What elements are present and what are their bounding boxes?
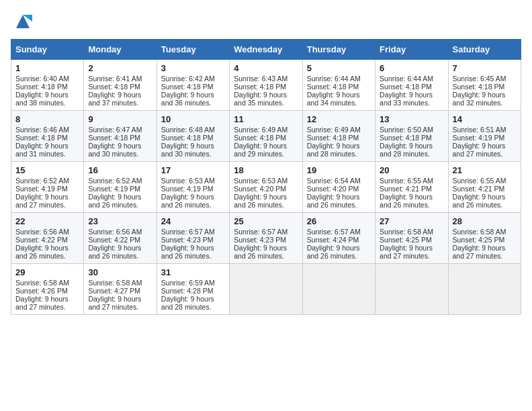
calendar-cell: 18Sunrise: 6:53 AMSunset: 4:20 PMDayligh… (230, 162, 302, 213)
day-number: 28 (453, 216, 517, 226)
sunset-text: Sunset: 4:23 PM (234, 236, 298, 244)
day-number: 6 (380, 63, 443, 73)
daylight-text: Daylight: 9 hours and 26 minutes. (234, 193, 298, 209)
weekday-header-tuesday: Tuesday (157, 40, 229, 60)
calendar-cell: 21Sunrise: 6:55 AMSunset: 4:21 PMDayligh… (448, 162, 521, 213)
day-number: 20 (380, 165, 443, 175)
daylight-text: Daylight: 9 hours and 28 minutes. (307, 142, 371, 158)
calendar-cell (230, 264, 302, 315)
sunset-text: Sunset: 4:28 PM (161, 287, 225, 295)
weekday-header-wednesday: Wednesday (230, 40, 302, 60)
daylight-text: Daylight: 9 hours and 29 minutes. (234, 142, 298, 158)
calendar-cell: 4Sunrise: 6:43 AMSunset: 4:18 PMDaylight… (230, 60, 302, 111)
day-number: 21 (453, 165, 517, 175)
sunrise-text: Sunrise: 6:44 AM (380, 75, 443, 83)
sunrise-text: Sunrise: 6:40 AM (15, 75, 79, 83)
sunrise-text: Sunrise: 6:59 AM (161, 279, 225, 287)
day-number: 30 (88, 267, 152, 277)
weekday-header-saturday: Saturday (448, 40, 521, 60)
sunrise-text: Sunrise: 6:56 AM (15, 228, 79, 236)
sunset-text: Sunset: 4:19 PM (161, 185, 225, 193)
sunset-text: Sunset: 4:18 PM (234, 83, 298, 91)
day-number: 24 (161, 216, 225, 226)
sunset-text: Sunset: 4:21 PM (453, 185, 517, 193)
sunset-text: Sunset: 4:18 PM (15, 83, 79, 91)
daylight-text: Daylight: 9 hours and 28 minutes. (380, 142, 443, 158)
sunset-text: Sunset: 4:18 PM (380, 134, 443, 142)
daylight-text: Daylight: 9 hours and 26 minutes. (380, 193, 443, 209)
sunrise-text: Sunrise: 6:52 AM (15, 177, 79, 185)
weekday-header-sunday: Sunday (11, 40, 84, 60)
daylight-text: Daylight: 9 hours and 26 minutes. (307, 193, 371, 209)
day-number: 3 (161, 63, 225, 73)
calendar-cell: 10Sunrise: 6:48 AMSunset: 4:18 PMDayligh… (157, 111, 229, 162)
calendar-cell: 24Sunrise: 6:57 AMSunset: 4:23 PMDayligh… (157, 213, 229, 264)
day-number: 1 (15, 63, 79, 73)
day-number: 12 (307, 114, 371, 124)
sunset-text: Sunset: 4:25 PM (380, 236, 443, 244)
daylight-text: Daylight: 9 hours and 38 minutes. (15, 91, 79, 107)
daylight-text: Daylight: 9 hours and 32 minutes. (453, 91, 517, 107)
day-number: 8 (15, 114, 79, 124)
daylight-text: Daylight: 9 hours and 37 minutes. (88, 91, 152, 107)
daylight-text: Daylight: 9 hours and 26 minutes. (88, 244, 152, 260)
calendar-cell: 16Sunrise: 6:52 AMSunset: 4:19 PMDayligh… (84, 162, 157, 213)
day-number: 22 (15, 216, 79, 226)
daylight-text: Daylight: 9 hours and 28 minutes. (161, 295, 225, 311)
sunset-text: Sunset: 4:20 PM (234, 185, 298, 193)
calendar-cell: 5Sunrise: 6:44 AMSunset: 4:18 PMDaylight… (302, 60, 375, 111)
sunrise-text: Sunrise: 6:43 AM (234, 75, 298, 83)
calendar-cell: 17Sunrise: 6:53 AMSunset: 4:19 PMDayligh… (157, 162, 229, 213)
sunrise-text: Sunrise: 6:58 AM (15, 279, 79, 287)
sunrise-text: Sunrise: 6:47 AM (88, 126, 152, 134)
daylight-text: Daylight: 9 hours and 26 minutes. (161, 193, 225, 209)
sunrise-text: Sunrise: 6:57 AM (307, 228, 371, 236)
calendar-cell: 2Sunrise: 6:41 AMSunset: 4:18 PMDaylight… (84, 60, 157, 111)
sunset-text: Sunset: 4:18 PM (88, 83, 152, 91)
daylight-text: Daylight: 9 hours and 33 minutes. (380, 91, 443, 107)
calendar-cell: 11Sunrise: 6:49 AMSunset: 4:18 PMDayligh… (230, 111, 302, 162)
sunrise-text: Sunrise: 6:57 AM (234, 228, 298, 236)
day-number: 9 (88, 114, 152, 124)
day-number: 31 (161, 267, 225, 277)
weekday-header-thursday: Thursday (302, 40, 375, 60)
daylight-text: Daylight: 9 hours and 27 minutes. (15, 295, 79, 311)
sunset-text: Sunset: 4:26 PM (15, 287, 79, 295)
sunset-text: Sunset: 4:18 PM (88, 134, 152, 142)
day-number: 26 (307, 216, 371, 226)
calendar-cell: 12Sunrise: 6:49 AMSunset: 4:18 PMDayligh… (302, 111, 375, 162)
daylight-text: Daylight: 9 hours and 26 minutes. (307, 244, 371, 260)
calendar-cell: 1Sunrise: 6:40 AMSunset: 4:18 PMDaylight… (11, 60, 84, 111)
sunrise-text: Sunrise: 6:55 AM (380, 177, 443, 185)
calendar-cell: 14Sunrise: 6:51 AMSunset: 4:19 PMDayligh… (448, 111, 521, 162)
day-number: 13 (380, 114, 443, 124)
sunset-text: Sunset: 4:22 PM (88, 236, 152, 244)
sunset-text: Sunset: 4:18 PM (307, 83, 371, 91)
calendar-cell: 13Sunrise: 6:50 AMSunset: 4:18 PMDayligh… (375, 111, 448, 162)
daylight-text: Daylight: 9 hours and 30 minutes. (88, 142, 152, 158)
daylight-text: Daylight: 9 hours and 27 minutes. (453, 244, 517, 260)
daylight-text: Daylight: 9 hours and 27 minutes. (15, 193, 79, 209)
sunset-text: Sunset: 4:18 PM (161, 83, 225, 91)
calendar-cell: 27Sunrise: 6:58 AMSunset: 4:25 PMDayligh… (375, 213, 448, 264)
sunset-text: Sunset: 4:21 PM (380, 185, 443, 193)
daylight-text: Daylight: 9 hours and 27 minutes. (453, 142, 517, 158)
day-number: 11 (234, 114, 298, 124)
sunrise-text: Sunrise: 6:53 AM (234, 177, 298, 185)
daylight-text: Daylight: 9 hours and 26 minutes. (88, 193, 152, 209)
daylight-text: Daylight: 9 hours and 27 minutes. (88, 295, 152, 311)
logo-icon (13, 12, 32, 31)
sunset-text: Sunset: 4:25 PM (453, 236, 517, 244)
day-number: 14 (453, 114, 517, 124)
calendar-cell: 7Sunrise: 6:45 AMSunset: 4:18 PMDaylight… (448, 60, 521, 111)
sunrise-text: Sunrise: 6:42 AM (161, 75, 225, 83)
weekday-header-monday: Monday (84, 40, 157, 60)
sunrise-text: Sunrise: 6:58 AM (380, 228, 443, 236)
calendar-cell: 8Sunrise: 6:46 AMSunset: 4:18 PMDaylight… (11, 111, 84, 162)
day-number: 7 (453, 63, 517, 73)
sunset-text: Sunset: 4:19 PM (453, 134, 517, 142)
sunset-text: Sunset: 4:18 PM (15, 134, 79, 142)
daylight-text: Daylight: 9 hours and 31 minutes. (15, 142, 79, 158)
calendar-cell: 30Sunrise: 6:58 AMSunset: 4:27 PMDayligh… (84, 264, 157, 315)
calendar-cell: 20Sunrise: 6:55 AMSunset: 4:21 PMDayligh… (375, 162, 448, 213)
